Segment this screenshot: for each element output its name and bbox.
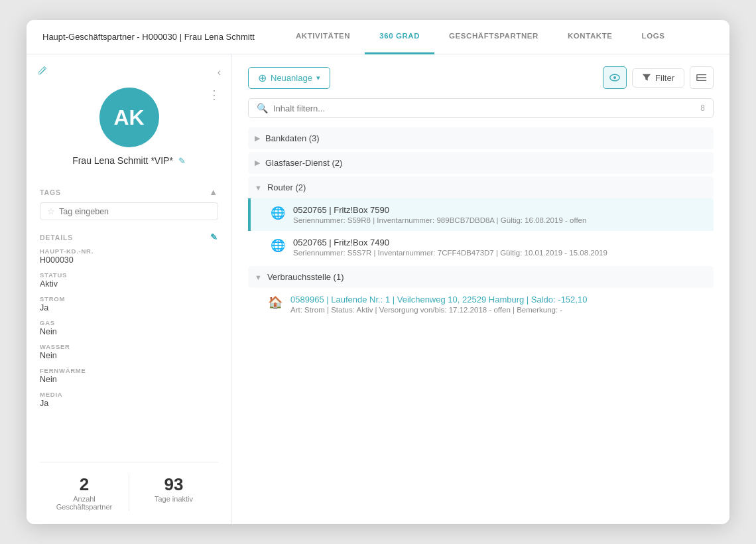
- item-sub: Seriennummer: S59R8 | Inventarnummer: 98…: [293, 216, 704, 224]
- topbar-tabs: AKTIVITÄTEN360 GRADGESCHÄFTSPARTNERKONTA…: [281, 20, 714, 54]
- list-item[interactable]: 🌐 0520765 | Fritz!Box 7490 Seriennummer:…: [248, 231, 714, 263]
- accordion-label: Verbrauchsstelle (1): [267, 272, 344, 282]
- tags-collapse-icon[interactable]: ▲: [209, 187, 218, 197]
- sidebar-menu-button[interactable]: ⋮: [208, 88, 221, 102]
- detail-rows: HAUPT-KD.-NR.H000030STATUSAktivSTROMJaGA…: [40, 247, 218, 408]
- avatar: AK: [99, 88, 159, 147]
- verbrauchs-sub: Art: Strom | Status: Aktiv | Versorgung …: [290, 306, 587, 314]
- search-input[interactable]: [273, 103, 705, 113]
- app-window: Haupt-Geschäftspartner - H000030 | Frau …: [27, 20, 729, 524]
- item-content: 0520765 | Fritz!Box 7590 Seriennummer: S…: [293, 205, 704, 224]
- detail-row: FERNWÄRMENein: [40, 367, 218, 384]
- globe-icon: 🌐: [271, 206, 285, 220]
- tags-section: TAGS ▲ ☆: [40, 187, 218, 220]
- tag-input-row: ☆: [40, 202, 218, 220]
- topbar-tab-geschaeftspartner[interactable]: GESCHÄFTSPARTNER: [434, 20, 553, 54]
- svg-point-1: [613, 76, 616, 79]
- tag-star-icon: ☆: [47, 206, 55, 216]
- accordion-label: Router (2): [267, 182, 306, 192]
- sidebar-collapse-button[interactable]: ‹: [218, 66, 221, 78]
- accordion-section-glasfaser: ▶Glasfaser-Dienst (2): [248, 152, 714, 174]
- accordion-header-router[interactable]: ▼Router (2): [248, 176, 714, 198]
- sidebar-stats: 2 Anzahl Geschäftspartner 93 Tage inakti…: [40, 462, 218, 511]
- search-icon: 🔍: [257, 103, 268, 113]
- home-icon: 🏠: [268, 295, 283, 310]
- content-toolbar: ⊕ Neuanlage ▾ Filter: [248, 66, 714, 89]
- main-layout: ‹ ⋮ AK Frau Lena Schmitt *VIP* ✎ TAGS ▲ …: [27, 54, 729, 524]
- toolbar-right: Filter: [603, 66, 714, 89]
- item-title: 0520765 | Fritz!Box 7490: [293, 238, 704, 247]
- person-name-edit-icon[interactable]: ✎: [178, 156, 186, 166]
- plus-icon: ⊕: [258, 72, 267, 84]
- accordion-section-bankdaten: ▶Bankdaten (3): [248, 127, 714, 149]
- topbar-tab-logs[interactable]: LOGS: [627, 20, 680, 54]
- tag-input[interactable]: [59, 207, 211, 216]
- filter-button[interactable]: Filter: [632, 68, 684, 88]
- detail-row: WASSERNein: [40, 343, 218, 360]
- topbar: Haupt-Geschäftspartner - H000030 | Frau …: [27, 20, 729, 54]
- content-panel: ⊕ Neuanlage ▾ Filter: [232, 54, 729, 524]
- list-view-button[interactable]: [690, 66, 714, 89]
- chevron-icon: ▶: [255, 134, 260, 143]
- details-section: DETAILS ✎ HAUPT-KD.-NR.H000030STATUSAkti…: [40, 232, 218, 415]
- accordion-sections: ▶Bankdaten (3)▶Glasfaser-Dienst (2)▼Rout…: [248, 127, 714, 320]
- accordion-section-router: ▼Router (2) 🌐 0520765 | Fritz!Box 7590 S…: [248, 176, 714, 263]
- detail-row: MEDIAJa: [40, 391, 218, 408]
- chevron-icon: ▼: [255, 273, 262, 281]
- item-content: 0520765 | Fritz!Box 7490 Seriennummer: S…: [293, 238, 704, 257]
- sidebar: ‹ ⋮ AK Frau Lena Schmitt *VIP* ✎ TAGS ▲ …: [27, 54, 232, 524]
- avatar-section: AK Frau Lena Schmitt *VIP* ✎: [40, 68, 218, 176]
- topbar-title: Haupt-Geschäftspartner - H000030 | Frau …: [42, 32, 255, 42]
- accordion-section-verbrauchsstelle: ▼Verbrauchsstelle (1) 🏠 0589965 | Laufen…: [248, 266, 714, 320]
- verbrauchs-link[interactable]: 0589965 | Laufende Nr.: 1 | Veilchenweg …: [290, 295, 587, 305]
- details-edit-icon[interactable]: ✎: [210, 232, 218, 242]
- total-count-badge: 8: [700, 103, 705, 113]
- detail-row: HAUPT-KD.-NR.H000030: [40, 247, 218, 265]
- search-row: 🔍 8: [248, 98, 714, 118]
- stat-anzahl: 2 Anzahl Geschäftspartner: [40, 474, 129, 511]
- tags-label: TAGS ▲: [40, 187, 218, 197]
- chevron-icon: ▶: [255, 159, 260, 167]
- verbrauchs-item: 🏠 0589965 | Laufende Nr.: 1 | Veilchenwe…: [248, 288, 714, 320]
- accordion-body-verbrauchsstelle: 🏠 0589965 | Laufende Nr.: 1 | Veilchenwe…: [248, 288, 714, 320]
- accordion-header-bankdaten[interactable]: ▶Bankdaten (3): [248, 127, 714, 149]
- accordion-header-verbrauchsstelle[interactable]: ▼Verbrauchsstelle (1): [248, 266, 714, 288]
- globe-icon: 🌐: [271, 238, 285, 253]
- eye-button[interactable]: [603, 66, 627, 89]
- person-name: Frau Lena Schmitt *VIP* ✎: [72, 155, 186, 166]
- topbar-tab-360grad[interactable]: 360 GRAD: [365, 20, 434, 54]
- detail-row: STROMJa: [40, 295, 218, 312]
- details-label: DETAILS ✎: [40, 232, 218, 242]
- list-item[interactable]: 🌐 0520765 | Fritz!Box 7590 Seriennummer:…: [248, 198, 714, 231]
- detail-row: STATUSAktiv: [40, 271, 218, 289]
- item-title: 0520765 | Fritz!Box 7590: [293, 205, 704, 215]
- accordion-label: Glasfaser-Dienst (2): [265, 158, 342, 168]
- item-sub: Seriennummer: S5S7R | Inventarnummer: 7C…: [293, 249, 704, 257]
- verbrauchs-content: 0589965 | Laufende Nr.: 1 | Veilchenweg …: [290, 295, 587, 314]
- accordion-body-router: 🌐 0520765 | Fritz!Box 7590 Seriennummer:…: [248, 198, 714, 263]
- accordion-label: Bankdaten (3): [265, 133, 320, 143]
- chevron-down-icon: ▾: [316, 74, 320, 82]
- new-button[interactable]: ⊕ Neuanlage ▾: [248, 67, 330, 89]
- chevron-icon: ▼: [255, 184, 262, 192]
- topbar-tab-kontakte[interactable]: KONTAKTE: [553, 20, 627, 54]
- detail-row: GASNein: [40, 319, 218, 336]
- stat-tage: 93 Tage inaktiv: [129, 474, 218, 511]
- accordion-header-glasfaser[interactable]: ▶Glasfaser-Dienst (2): [248, 152, 714, 174]
- topbar-tab-aktivitaeten[interactable]: AKTIVITÄTEN: [281, 20, 365, 54]
- sidebar-edit-button[interactable]: [37, 66, 46, 78]
